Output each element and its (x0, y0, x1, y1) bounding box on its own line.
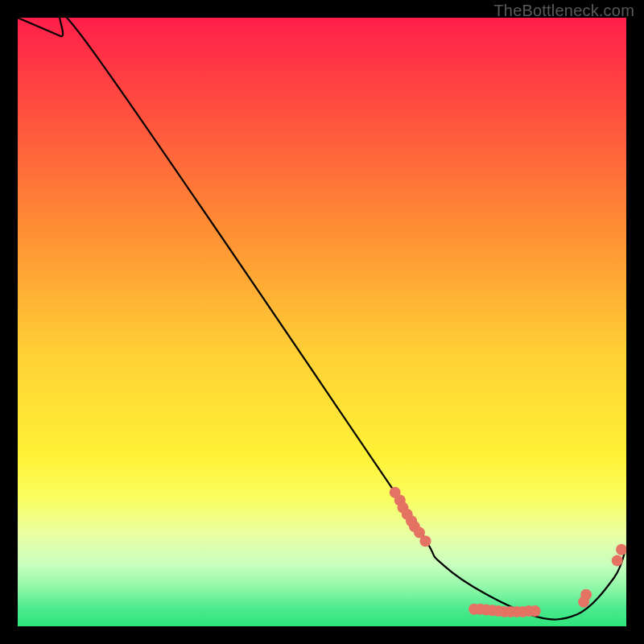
chart-container: TheBottleneck.com (0, 0, 644, 644)
data-point (530, 605, 541, 617)
chart-svg (18, 18, 626, 626)
watermark-text: TheBottleneck.com (493, 2, 634, 20)
data-point (420, 535, 431, 547)
plot-area (18, 18, 626, 626)
data-point (612, 555, 623, 566)
heatmap-background (18, 18, 626, 626)
data-point (580, 589, 592, 601)
